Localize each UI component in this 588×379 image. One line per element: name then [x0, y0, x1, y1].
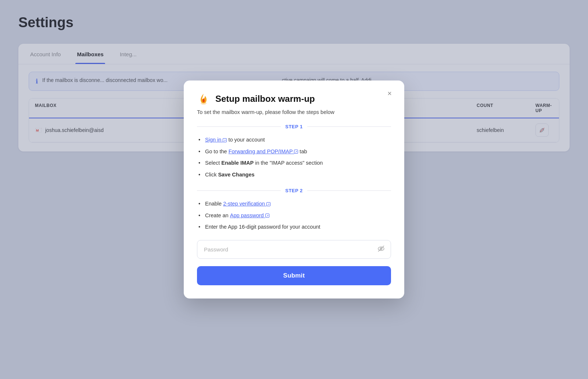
modal-header: Setup mailbox warm-up: [197, 92, 391, 106]
step2-label: STEP 2: [285, 188, 303, 193]
sign-in-link[interactable]: Sign in ↗: [205, 137, 227, 143]
step1-item-3: Select Enable IMAP in the "IMAP access" …: [198, 159, 391, 167]
step2-line-right: [307, 190, 391, 191]
step2-divider: STEP 2: [197, 188, 391, 193]
step1-item-2: Go to the Forwarding and POP/IMAP ↗ tab: [198, 148, 391, 156]
step1-item-1: Sign in ↗ to your account: [198, 136, 391, 144]
password-field-wrap: [197, 240, 391, 259]
step1-divider: STEP 1: [197, 124, 391, 129]
password-input[interactable]: [197, 240, 391, 259]
modal-overlay[interactable]: × Setup mailbox warm-up To set the mailb…: [0, 0, 588, 379]
step1-list: Sign in ↗ to your account Go to the Forw…: [197, 136, 391, 179]
submit-button[interactable]: Submit: [197, 266, 391, 285]
step1-label: STEP 1: [285, 124, 303, 129]
step2-line-left: [197, 190, 281, 191]
two-step-link[interactable]: 2-step verification ↗: [223, 201, 270, 207]
eye-icon[interactable]: [377, 244, 385, 254]
app-password-link[interactable]: App password ↗: [230, 212, 269, 218]
step2-item-2: Create an App password ↗: [198, 212, 391, 220]
step2-list: Enable 2-step verification ↗ Create an A…: [197, 200, 391, 231]
forwarding-link[interactable]: Forwarding and POP/IMAP ↗: [229, 149, 298, 154]
step1-item-4: Click Save Changes: [198, 171, 391, 179]
modal-subtitle: To set the mailbox warm-up, please follo…: [197, 109, 391, 115]
step2-item-3: Enter the App 16-digit password for your…: [198, 223, 391, 231]
modal: × Setup mailbox warm-up To set the mailb…: [184, 81, 404, 298]
modal-title: Setup mailbox warm-up: [215, 94, 315, 104]
step1-line-left: [197, 126, 281, 127]
step1-line-right: [307, 126, 391, 127]
flame-icon: [197, 92, 210, 106]
close-button[interactable]: ×: [384, 88, 395, 100]
step2-item-1: Enable 2-step verification ↗: [198, 200, 391, 208]
